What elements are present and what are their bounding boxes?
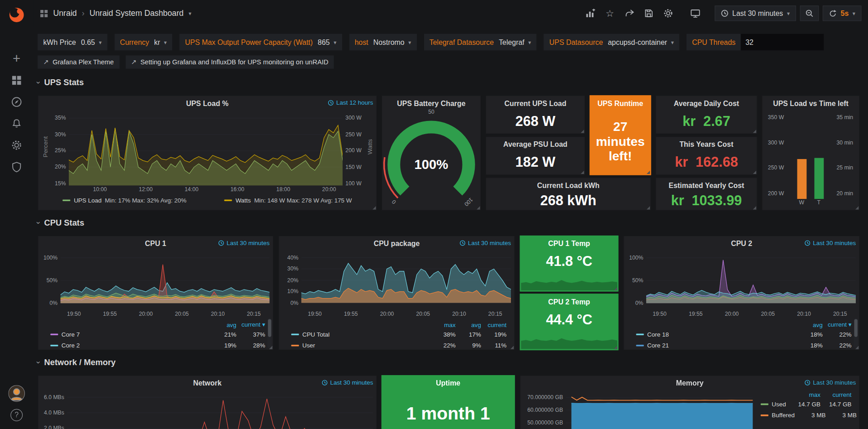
x-axis: 19:5019:5520:0020:0520:1020:15 xyxy=(42,311,270,318)
section-network-memory[interactable]: › Network / Memory xyxy=(38,357,115,367)
variable-value[interactable]: Nostromo▾ xyxy=(373,38,411,46)
breadcrumb-folder[interactable]: Unraid xyxy=(53,9,76,18)
battery-gauge: 02050100100% xyxy=(382,108,481,209)
zoom-out-button[interactable] xyxy=(800,5,819,21)
panel-title[interactable]: Average PSU Load xyxy=(503,140,568,148)
refresh-icon xyxy=(829,9,837,17)
panel-title[interactable]: UPS Runtime xyxy=(597,99,643,107)
legend-series[interactable]: Buffered xyxy=(761,412,795,419)
legend-series[interactable]: Core 21 xyxy=(636,342,794,349)
variable-value[interactable]: apcupsd-container▾ xyxy=(608,38,674,46)
panel-title[interactable]: CPU package xyxy=(374,239,420,247)
panel-title[interactable]: Average Daily Cost xyxy=(674,99,739,107)
memory-chart[interactable] xyxy=(566,388,753,429)
refresh-button[interactable]: 5s ▾ xyxy=(822,5,861,21)
caret-down-icon[interactable]: ▾ xyxy=(853,10,855,16)
variable-kwh-price[interactable]: kWh Price 0.65▾ xyxy=(38,34,107,51)
dashboard-icon xyxy=(40,9,48,17)
cpu1-chart[interactable] xyxy=(60,248,269,310)
variable-cpu-threads[interactable]: CPU Threads 32 xyxy=(687,34,824,51)
share-button[interactable] xyxy=(621,5,637,21)
user-profile[interactable] xyxy=(0,382,33,404)
section-ups-stats[interactable]: › UPS Stats xyxy=(38,77,84,87)
bar-W[interactable] xyxy=(797,159,806,199)
variable-currency[interactable]: Currency kr▾ xyxy=(114,34,172,51)
panel-title[interactable]: Estimated Yearly Cost xyxy=(669,181,744,189)
svg-text:50: 50 xyxy=(428,109,434,115)
variable-value[interactable]: 865▾ xyxy=(318,38,336,46)
variable-value[interactable]: 0.65▾ xyxy=(81,38,102,46)
panel-time-range[interactable]: Last 30 minutes xyxy=(460,239,511,246)
legend-series[interactable]: Core 7 xyxy=(50,331,207,337)
save-button[interactable] xyxy=(641,5,656,21)
panel-title[interactable]: CPU 2 Temp xyxy=(548,297,590,305)
star-icon: ☆ xyxy=(606,9,614,18)
cpu-package-chart[interactable] xyxy=(301,248,511,310)
variable-value[interactable]: Telegraf▾ xyxy=(499,38,531,46)
panel-title[interactable]: Network xyxy=(193,379,222,387)
plus-icon: + xyxy=(13,52,20,65)
tv-mode-button[interactable] xyxy=(687,5,703,21)
panel-time-range[interactable]: Last 30 minutes xyxy=(805,379,856,386)
legend-series[interactable]: User xyxy=(291,342,430,349)
help-menu[interactable]: ? xyxy=(0,404,33,426)
variable-ups-datasource[interactable]: UPS Datasource apcupsd-container▾ xyxy=(544,34,679,51)
panel-title[interactable]: UPS Load vs Time left xyxy=(773,99,849,107)
legend-item[interactable]: WattsMin: 148 W Max: 278 W Avg: 175 W xyxy=(224,197,352,203)
panel-title[interactable]: Memory xyxy=(676,379,704,387)
panel-ups-load-vs-time-left: UPS Load vs Time left 350 W300 W250 W200… xyxy=(762,95,860,210)
panel-title[interactable]: Current UPS Load xyxy=(504,99,566,107)
legend-series[interactable]: Used xyxy=(761,400,790,407)
variable-telegraf-datasource[interactable]: Telegraf Datasource Telegraf▾ xyxy=(424,34,537,51)
panel-title[interactable]: Current Load kWh xyxy=(537,181,600,189)
panel-title[interactable]: UPS Load % xyxy=(186,99,229,107)
section-cpu-stats[interactable]: › CPU Stats xyxy=(38,218,84,227)
cpu2-chart[interactable] xyxy=(646,248,856,310)
explore-menu[interactable] xyxy=(0,91,33,113)
link-grafana-plex-theme[interactable]: ↗ Grafana Plex Theme xyxy=(38,55,119,68)
panel-time-range[interactable]: Last 30 minutes xyxy=(322,379,373,386)
legend-series[interactable]: CPU Total xyxy=(291,331,430,337)
variable-value[interactable]: kr▾ xyxy=(154,38,167,46)
favorite-button[interactable]: ☆ xyxy=(602,5,618,21)
variable-label: CPU Threads xyxy=(692,38,735,46)
cpu-threads-input[interactable]: 32 xyxy=(740,34,823,51)
legend-scrollbar[interactable] xyxy=(854,318,858,348)
breadcrumb-dashboard[interactable]: Unraid System Dashboard xyxy=(90,9,184,18)
temp-sparkline xyxy=(521,333,617,349)
panel-time-range[interactable]: Last 30 minutes xyxy=(218,239,269,246)
alerting-menu[interactable] xyxy=(0,112,33,134)
panel-title[interactable]: This Years Cost xyxy=(679,140,733,148)
ups-vs-time-chart[interactable] xyxy=(787,108,834,199)
panel-title[interactable]: Uptime xyxy=(436,379,460,387)
panel-title[interactable]: CPU 1 Temp xyxy=(548,239,590,247)
legend-series[interactable]: Core 2 xyxy=(50,342,207,349)
variable-host[interactable]: host Nostromo▾ xyxy=(349,34,416,51)
refresh-interval-label[interactable]: 5s xyxy=(841,9,849,17)
share-icon xyxy=(625,9,634,18)
add-panel-button[interactable] xyxy=(583,5,598,21)
network-chart[interactable] xyxy=(67,388,373,429)
legend-scrollbar[interactable] xyxy=(267,318,272,348)
grafana-logo[interactable] xyxy=(0,0,33,30)
panel-time-range[interactable]: Last 12 hours xyxy=(328,99,373,106)
time-picker-button[interactable]: Last 30 minutes ▾ xyxy=(715,5,796,21)
bar-T[interactable] xyxy=(814,158,824,199)
dashboard-settings-button[interactable] xyxy=(660,5,676,21)
legend-item[interactable]: UPS LoadMin: 17% Max: 32% Avg: 20% xyxy=(63,197,186,203)
link-ups-monitoring-guide[interactable]: ↗ Setting up Grafana and InfluxDB for UP… xyxy=(125,55,334,68)
ups-load-chart[interactable] xyxy=(69,108,343,186)
server-admin-menu[interactable] xyxy=(0,156,33,178)
dashboards-menu[interactable] xyxy=(0,69,33,91)
panel-title[interactable]: CPU 1 xyxy=(145,239,166,247)
create-menu[interactable]: + xyxy=(0,48,33,69)
configuration-menu[interactable] xyxy=(0,134,33,156)
caret-down-icon: ▾ xyxy=(164,39,167,45)
help-icon: ? xyxy=(10,409,23,421)
caret-down-icon[interactable]: ▾ xyxy=(189,10,191,16)
variable-ups-max-output[interactable]: UPS Max Output Power Capacity (Watt) 865… xyxy=(180,34,342,51)
panel-title[interactable]: UPS Battery Charge xyxy=(397,99,465,107)
legend-series[interactable]: Core 18 xyxy=(636,331,794,337)
panel-title[interactable]: CPU 2 xyxy=(731,239,752,247)
panel-time-range[interactable]: Last 30 minutes xyxy=(805,239,856,246)
